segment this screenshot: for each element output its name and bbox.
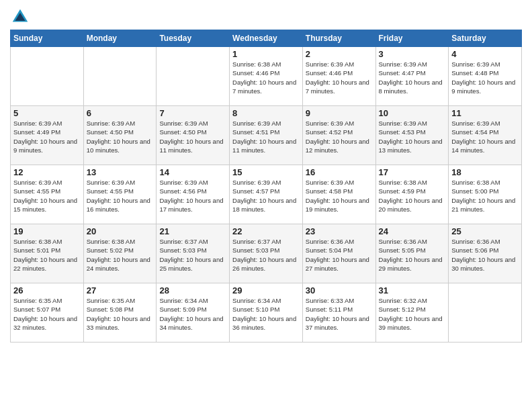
calendar-cell: 8 Sunrise: 6:39 AM Sunset: 4:51 PM Dayli… bbox=[230, 106, 303, 165]
day-info: Sunrise: 6:39 AM Sunset: 4:56 PM Dayligh… bbox=[159, 178, 226, 214]
weekday-wednesday: Wednesday bbox=[230, 30, 303, 47]
sunset-text: Sunset: 5:09 PM bbox=[159, 306, 206, 313]
sunrise-text: Sunrise: 6:34 AM bbox=[232, 297, 281, 304]
week-row-2: 5 Sunrise: 6:39 AM Sunset: 4:49 PM Dayli… bbox=[11, 106, 522, 165]
sunrise-text: Sunrise: 6:38 AM bbox=[232, 60, 281, 68]
calendar-cell: 5 Sunrise: 6:39 AM Sunset: 4:49 PM Dayli… bbox=[11, 106, 84, 165]
day-number: 29 bbox=[232, 285, 300, 295]
day-info: Sunrise: 6:39 AM Sunset: 4:52 PM Dayligh… bbox=[306, 119, 373, 154]
daylight-text: Daylight: 10 hours and 22 minutes. bbox=[13, 256, 77, 272]
day-number: 5 bbox=[13, 108, 81, 118]
sunrise-text: Sunrise: 6:39 AM bbox=[13, 120, 62, 127]
sunrise-text: Sunrise: 6:39 AM bbox=[379, 60, 427, 68]
calendar-cell: 3 Sunrise: 6:39 AM Sunset: 4:47 PM Dayli… bbox=[375, 47, 449, 106]
daylight-text: Daylight: 10 hours and 9 minutes. bbox=[13, 138, 77, 154]
weekday-saturday: Saturday bbox=[449, 30, 522, 47]
sunrise-text: Sunrise: 6:35 AM bbox=[87, 297, 135, 304]
daylight-text: Daylight: 10 hours and 39 minutes. bbox=[379, 315, 443, 331]
day-number: 21 bbox=[159, 226, 226, 236]
daylight-text: Daylight: 10 hours and 34 minutes. bbox=[159, 315, 223, 331]
sunset-text: Sunset: 4:57 PM bbox=[232, 187, 279, 195]
page-container: SundayMondayTuesdayWednesdayThursdayFrid… bbox=[0, 0, 532, 346]
day-number: 28 bbox=[159, 285, 226, 295]
daylight-text: Daylight: 10 hours and 13 minutes. bbox=[379, 138, 443, 154]
calendar-table: SundayMondayTuesdayWednesdayThursdayFrid… bbox=[10, 30, 522, 342]
sunset-text: Sunset: 5:03 PM bbox=[159, 246, 206, 254]
week-row-5: 26 Sunrise: 6:35 AM Sunset: 5:07 PM Dayl… bbox=[11, 283, 522, 342]
day-number: 17 bbox=[379, 167, 446, 177]
day-info: Sunrise: 6:34 AM Sunset: 5:10 PM Dayligh… bbox=[232, 296, 300, 332]
day-info: Sunrise: 6:36 AM Sunset: 5:05 PM Dayligh… bbox=[379, 237, 446, 273]
calendar-cell: 31 Sunrise: 6:32 AM Sunset: 5:12 PM Dayl… bbox=[375, 283, 449, 342]
sunrise-text: Sunrise: 6:39 AM bbox=[159, 120, 208, 127]
day-info: Sunrise: 6:39 AM Sunset: 4:57 PM Dayligh… bbox=[232, 178, 300, 214]
daylight-text: Daylight: 10 hours and 30 minutes. bbox=[451, 256, 515, 272]
day-number: 20 bbox=[87, 226, 154, 236]
day-number: 10 bbox=[379, 108, 446, 118]
sunrise-text: Sunrise: 6:39 AM bbox=[379, 120, 427, 127]
sunrise-text: Sunrise: 6:38 AM bbox=[87, 238, 135, 245]
day-info: Sunrise: 6:39 AM Sunset: 4:58 PM Dayligh… bbox=[306, 178, 373, 214]
calendar-cell: 19 Sunrise: 6:38 AM Sunset: 5:01 PM Dayl… bbox=[11, 224, 84, 283]
day-info: Sunrise: 6:36 AM Sunset: 5:04 PM Dayligh… bbox=[306, 237, 373, 273]
sunrise-text: Sunrise: 6:37 AM bbox=[159, 238, 208, 245]
calendar-cell: 25 Sunrise: 6:36 AM Sunset: 5:06 PM Dayl… bbox=[449, 224, 522, 283]
daylight-text: Daylight: 10 hours and 7 minutes. bbox=[232, 79, 296, 95]
sunrise-text: Sunrise: 6:39 AM bbox=[306, 120, 354, 127]
day-number: 26 bbox=[13, 285, 81, 295]
day-number: 8 bbox=[232, 108, 300, 118]
sunset-text: Sunset: 5:10 PM bbox=[232, 306, 279, 313]
day-info: Sunrise: 6:33 AM Sunset: 5:11 PM Dayligh… bbox=[306, 296, 373, 332]
sunrise-text: Sunrise: 6:36 AM bbox=[306, 238, 354, 245]
day-number: 3 bbox=[379, 49, 446, 59]
week-row-4: 19 Sunrise: 6:38 AM Sunset: 5:01 PM Dayl… bbox=[11, 224, 522, 283]
calendar-cell: 15 Sunrise: 6:39 AM Sunset: 4:57 PM Dayl… bbox=[230, 165, 303, 224]
day-info: Sunrise: 6:39 AM Sunset: 4:46 PM Dayligh… bbox=[306, 60, 373, 95]
sunset-text: Sunset: 4:47 PM bbox=[379, 69, 426, 77]
daylight-text: Daylight: 10 hours and 26 minutes. bbox=[232, 256, 296, 272]
sunset-text: Sunset: 4:56 PM bbox=[159, 187, 206, 195]
weekday-sunday: Sunday bbox=[11, 30, 84, 47]
daylight-text: Daylight: 10 hours and 33 minutes. bbox=[87, 315, 150, 331]
day-info: Sunrise: 6:38 AM Sunset: 5:02 PM Dayligh… bbox=[87, 237, 154, 273]
day-number: 4 bbox=[451, 49, 519, 59]
sunrise-text: Sunrise: 6:39 AM bbox=[87, 179, 135, 186]
day-info: Sunrise: 6:39 AM Sunset: 4:50 PM Dayligh… bbox=[87, 119, 154, 154]
daylight-text: Daylight: 10 hours and 21 minutes. bbox=[451, 197, 515, 213]
calendar-cell bbox=[11, 47, 84, 106]
sunset-text: Sunset: 4:46 PM bbox=[232, 69, 279, 77]
calendar-cell: 27 Sunrise: 6:35 AM Sunset: 5:08 PM Dayl… bbox=[83, 283, 157, 342]
daylight-text: Daylight: 10 hours and 27 minutes. bbox=[306, 256, 369, 272]
sunset-text: Sunset: 4:58 PM bbox=[306, 187, 353, 195]
daylight-text: Daylight: 10 hours and 36 minutes. bbox=[232, 315, 296, 331]
sunrise-text: Sunrise: 6:32 AM bbox=[379, 297, 427, 304]
daylight-text: Daylight: 10 hours and 37 minutes. bbox=[306, 315, 369, 331]
day-number: 16 bbox=[306, 167, 373, 177]
sunset-text: Sunset: 5:02 PM bbox=[87, 246, 134, 254]
sunset-text: Sunset: 5:12 PM bbox=[379, 306, 426, 313]
calendar-cell: 4 Sunrise: 6:39 AM Sunset: 4:48 PM Dayli… bbox=[449, 47, 522, 106]
calendar-cell: 20 Sunrise: 6:38 AM Sunset: 5:02 PM Dayl… bbox=[83, 224, 157, 283]
calendar-cell: 29 Sunrise: 6:34 AM Sunset: 5:10 PM Dayl… bbox=[230, 283, 303, 342]
day-number: 15 bbox=[232, 167, 300, 177]
calendar-cell: 17 Sunrise: 6:38 AM Sunset: 4:59 PM Dayl… bbox=[375, 165, 449, 224]
day-info: Sunrise: 6:35 AM Sunset: 5:07 PM Dayligh… bbox=[13, 296, 81, 332]
sunset-text: Sunset: 5:05 PM bbox=[379, 246, 426, 254]
logo-icon bbox=[10, 7, 30, 27]
sunrise-text: Sunrise: 6:39 AM bbox=[451, 120, 500, 127]
daylight-text: Daylight: 10 hours and 24 minutes. bbox=[87, 256, 150, 272]
day-number: 11 bbox=[451, 108, 519, 118]
sunrise-text: Sunrise: 6:39 AM bbox=[232, 179, 281, 186]
sunset-text: Sunset: 5:03 PM bbox=[232, 246, 279, 254]
daylight-text: Daylight: 10 hours and 32 minutes. bbox=[13, 315, 77, 331]
sunrise-text: Sunrise: 6:37 AM bbox=[232, 238, 281, 245]
weekday-friday: Friday bbox=[375, 30, 449, 47]
day-info: Sunrise: 6:39 AM Sunset: 4:50 PM Dayligh… bbox=[159, 119, 226, 154]
calendar-cell: 9 Sunrise: 6:39 AM Sunset: 4:52 PM Dayli… bbox=[302, 106, 375, 165]
calendar-cell: 26 Sunrise: 6:35 AM Sunset: 5:07 PM Dayl… bbox=[11, 283, 84, 342]
sunset-text: Sunset: 5:01 PM bbox=[13, 246, 60, 254]
calendar-cell: 22 Sunrise: 6:37 AM Sunset: 5:03 PM Dayl… bbox=[230, 224, 303, 283]
day-number: 25 bbox=[451, 226, 519, 236]
sunset-text: Sunset: 4:46 PM bbox=[306, 69, 353, 77]
sunrise-text: Sunrise: 6:36 AM bbox=[379, 238, 427, 245]
